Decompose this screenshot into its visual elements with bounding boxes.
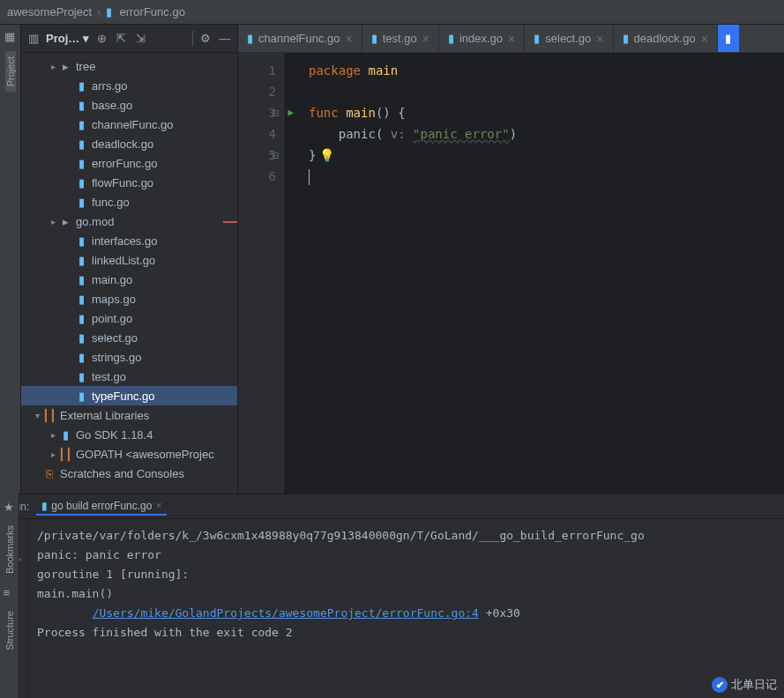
code-line[interactable]: package main bbox=[309, 60, 517, 81]
tree-item[interactable]: ▮linkedList.go bbox=[21, 250, 237, 270]
line-number[interactable]: 4 bbox=[238, 123, 276, 145]
tree-item[interactable]: ▮base.go bbox=[21, 95, 237, 115]
editor-tab[interactable]: ▮test.go× bbox=[362, 25, 439, 52]
console-line: panic: panic error bbox=[37, 546, 775, 565]
folder-icon: ▸ bbox=[58, 215, 72, 228]
close-icon[interactable]: × bbox=[422, 32, 429, 46]
close-icon[interactable]: × bbox=[596, 32, 603, 46]
project-header: ▥ Proj… ▾ ⊕ ⇱ ⇲ ⚙ — bbox=[21, 25, 237, 53]
bookmarks-tab-icon[interactable]: ★ bbox=[4, 501, 16, 513]
editor-tab[interactable]: ▮index.go× bbox=[439, 25, 525, 52]
code-line[interactable]: ⊟}💡 bbox=[309, 145, 517, 166]
line-number[interactable]: 6 bbox=[238, 166, 276, 187]
tree-item[interactable]: ▮strings.go bbox=[21, 347, 237, 367]
editor-tab[interactable]: ▮select.go× bbox=[525, 25, 613, 52]
chevron-down-icon: ▾ bbox=[83, 32, 89, 45]
close-icon[interactable]: × bbox=[155, 500, 161, 512]
go-file-icon: ▮ bbox=[74, 370, 88, 383]
tree-item[interactable]: ▮arrs.go bbox=[21, 76, 237, 95]
project-tree[interactable]: ▸▸tree▮arrs.go▮base.go▮channelFunc.go▮de… bbox=[21, 53, 237, 494]
tab-label: deadlock.go bbox=[634, 32, 696, 45]
expand-arrow-icon[interactable]: ▸ bbox=[48, 217, 58, 226]
tree-item[interactable]: ▮interfaces.go bbox=[21, 231, 237, 250]
breadcrumb-file[interactable]: errorFunc.go bbox=[119, 5, 184, 19]
expand-arrow-icon[interactable]: ▸ bbox=[48, 449, 58, 459]
tree-item[interactable]: ▮test.go bbox=[21, 367, 237, 386]
go-file-icon: ▮ bbox=[74, 273, 88, 286]
line-number[interactable]: 2 bbox=[238, 81, 276, 102]
code-line[interactable] bbox=[309, 81, 517, 102]
tab-label: select.go bbox=[545, 32, 591, 45]
tree-item[interactable]: ▮point.go bbox=[21, 308, 237, 328]
tree-item-label: Scratches and Consoles bbox=[60, 467, 184, 480]
console-output[interactable]: /private/var/folders/k_/3w6cxm1x48988y0q… bbox=[28, 519, 784, 698]
breadcrumb-project[interactable]: awesomeProject bbox=[7, 5, 92, 19]
hide-icon[interactable]: — bbox=[218, 32, 232, 46]
code-line[interactable]: panic( v: "panic error") bbox=[309, 123, 517, 145]
go-file-icon: ▮ bbox=[106, 5, 112, 19]
close-icon[interactable]: × bbox=[701, 32, 708, 46]
run-config-tab[interactable]: ▮ go build errorFunc.go × bbox=[36, 498, 167, 516]
more-tabs-icon[interactable]: ▮ bbox=[718, 25, 739, 52]
chevron-right-icon: › bbox=[97, 5, 101, 19]
run-tool-window: Run: ▮ go build errorFunc.go × ★ Bookmar… bbox=[0, 494, 784, 698]
close-icon[interactable]: × bbox=[508, 32, 515, 46]
expand-arrow-icon[interactable]: ▸ bbox=[48, 430, 58, 440]
tree-item[interactable]: ▮errorFunc.go bbox=[21, 153, 237, 173]
tree-item-label: External Libraries bbox=[60, 409, 149, 422]
expand-arrow-icon[interactable]: ▸ bbox=[48, 62, 58, 71]
tree-item[interactable]: ▮main.go bbox=[21, 270, 237, 289]
project-title-dropdown[interactable]: Proj… ▾ bbox=[46, 32, 89, 45]
editor-tabs: ▮channelFunc.go×▮test.go×▮index.go×▮sele… bbox=[238, 25, 784, 53]
structure-tab[interactable]: Structure bbox=[4, 611, 15, 650]
tree-item[interactable]: ▮channelFunc.go bbox=[21, 115, 237, 134]
collapse-all-icon[interactable]: ⇲ bbox=[133, 32, 147, 46]
tree-item[interactable]: ▮flowFunc.go bbox=[21, 173, 237, 192]
line-number[interactable]: 1 bbox=[238, 60, 276, 81]
go-file-icon: ▮ bbox=[74, 254, 88, 267]
go-file-icon: ▮ bbox=[74, 79, 88, 93]
code-area[interactable]: 123456 package main⊟func main() { panic(… bbox=[238, 53, 784, 494]
project-view-icon[interactable]: ▥ bbox=[26, 32, 41, 46]
structure-tab-icon[interactable]: ≡ bbox=[4, 586, 16, 598]
go-file-icon: ▮ bbox=[74, 293, 88, 306]
go-file-icon: ▮ bbox=[74, 118, 88, 131]
tree-item[interactable]: ▮select.go bbox=[21, 328, 237, 347]
go-file-icon: ▮ bbox=[74, 157, 88, 170]
tree-item[interactable]: ▮deadlock.go bbox=[21, 134, 237, 153]
tree-item[interactable]: ⎘Scratches and Consoles bbox=[21, 464, 237, 483]
console-line: /private/var/folders/k_/3w6cxm1x48988y0q… bbox=[37, 526, 775, 546]
code-line[interactable]: ⊟func main() { bbox=[309, 102, 517, 123]
console-line: goroutine 1 [running]: bbox=[37, 565, 775, 584]
console-line: Process finished with the exit code 2 bbox=[37, 623, 775, 642]
tree-item[interactable]: ▾┃┃External Libraries bbox=[21, 405, 237, 425]
stacktrace-link[interactable]: /Users/mike/GolandProjects/awesomeProjec… bbox=[93, 606, 479, 620]
expand-all-icon[interactable]: ⇱ bbox=[114, 32, 128, 46]
left-tool-tabs: ▦ Project bbox=[0, 25, 21, 494]
tree-item[interactable]: ▸▮Go SDK 1.18.4 bbox=[21, 425, 237, 444]
line-number[interactable]: 5 bbox=[238, 145, 276, 166]
breadcrumb: awesomeProject › ▮ errorFunc.go bbox=[0, 0, 784, 25]
editor-tab[interactable]: ▮deadlock.go× bbox=[614, 25, 718, 52]
gear-icon[interactable]: ⚙ bbox=[198, 32, 213, 46]
library-icon: ┃┃ bbox=[42, 409, 56, 422]
code[interactable]: package main⊟func main() { panic( v: "pa… bbox=[284, 53, 517, 494]
line-number[interactable]: 3 bbox=[238, 102, 276, 123]
project-title: Proj… bbox=[46, 32, 79, 45]
close-icon[interactable]: × bbox=[346, 32, 353, 46]
code-line[interactable] bbox=[309, 166, 517, 187]
tree-item[interactable]: ▸┃┃GOPATH <awesomeProjec bbox=[21, 444, 237, 464]
project-tab[interactable]: Project bbox=[5, 51, 16, 92]
tree-item[interactable]: ▮maps.go bbox=[21, 289, 237, 308]
tree-item[interactable]: ▮typeFunc.go bbox=[21, 386, 237, 405]
project-tab-icon[interactable]: ▦ bbox=[4, 30, 17, 42]
tree-item[interactable]: ▸▸go.mod bbox=[21, 212, 237, 231]
bookmarks-tab[interactable]: Bookmarks bbox=[4, 525, 15, 574]
tree-item[interactable]: ▸▸tree bbox=[21, 56, 237, 76]
locate-icon[interactable]: ⊕ bbox=[94, 32, 108, 46]
expand-arrow-icon[interactable]: ▾ bbox=[32, 411, 42, 420]
go-file-icon: ▮ bbox=[74, 99, 88, 112]
editor-tab[interactable]: ▮channelFunc.go× bbox=[238, 25, 362, 52]
tree-item[interactable]: ▮func.go bbox=[21, 192, 237, 212]
go-build-icon: ▮ bbox=[41, 500, 48, 512]
